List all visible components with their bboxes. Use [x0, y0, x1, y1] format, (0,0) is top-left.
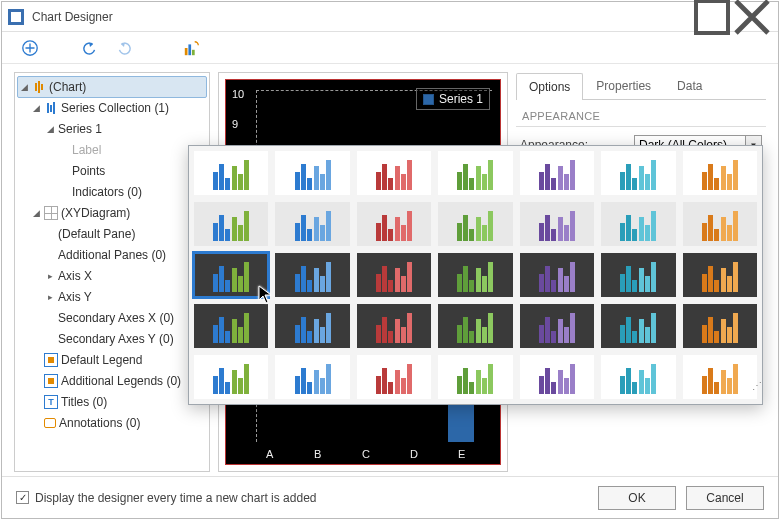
svg-rect-0 — [696, 1, 728, 33]
tree-node-indicators[interactable]: ▸Indicators (0) — [17, 182, 207, 202]
palette-swatch[interactable] — [518, 149, 596, 197]
palette-swatch[interactable] — [436, 302, 514, 350]
tree-node-annotations[interactable]: ▸Annotations (0) — [17, 413, 207, 433]
palette-swatch[interactable] — [599, 200, 677, 248]
show-designer-checkbox[interactable]: ✓ Display the designer every time a new … — [16, 491, 588, 505]
tree-node-titles[interactable]: ▸TTitles (0) — [17, 392, 207, 412]
appearance-palette-popup — [188, 145, 763, 405]
palette-swatch[interactable] — [599, 251, 677, 299]
tree-node-sec-axes-y[interactable]: ▸Secondary Axes Y (0) — [17, 329, 207, 349]
palette-swatch[interactable] — [355, 302, 433, 350]
palette-swatch[interactable] — [273, 251, 351, 299]
chart-legend: Series 1 — [416, 88, 490, 110]
app-icon — [8, 9, 24, 25]
palette-swatch[interactable] — [681, 251, 759, 299]
palette-swatch[interactable] — [518, 302, 596, 350]
redo-button[interactable] — [114, 38, 134, 58]
x-tick: C — [362, 448, 370, 460]
tree-node-axis-y[interactable]: ▸Axis Y — [17, 287, 207, 307]
palette-swatch[interactable] — [518, 353, 596, 401]
section-appearance-head: APPEARANCE — [516, 100, 766, 127]
y-tick: 10 — [232, 88, 244, 100]
cancel-button[interactable]: Cancel — [686, 486, 764, 510]
tree-node-points[interactable]: ▸Points — [17, 161, 207, 181]
x-tick: E — [458, 448, 465, 460]
x-tick: A — [266, 448, 273, 460]
window-title: Chart Designer — [32, 10, 692, 24]
tree-node-chart[interactable]: ◢(Chart) — [17, 76, 207, 98]
tree-node-default-pane[interactable]: ▸(Default Pane) — [17, 224, 207, 244]
palette-swatch[interactable] — [681, 353, 759, 401]
palette-swatch[interactable] — [436, 149, 514, 197]
palette-swatch[interactable] — [599, 149, 677, 197]
tree-node-series1[interactable]: ◢Series 1 — [17, 119, 207, 139]
tree-node-diagram[interactable]: ◢(XYDiagram) — [17, 203, 207, 223]
checkbox-label: Display the designer every time a new ch… — [35, 491, 316, 505]
tree-node-axis-x[interactable]: ▸Axis X — [17, 266, 207, 286]
tree-node-sec-axes-x[interactable]: ▸Secondary Axes X (0) — [17, 308, 207, 328]
palette-swatch[interactable] — [599, 302, 677, 350]
tree-panel: ◢(Chart) ◢Series Collection (1) ◢Series … — [14, 72, 210, 472]
palette-swatch[interactable] — [273, 149, 351, 197]
tree: ◢(Chart) ◢Series Collection (1) ◢Series … — [17, 76, 207, 433]
toolbar — [2, 32, 778, 64]
palette-swatch[interactable] — [355, 251, 433, 299]
tree-node-additional-legends[interactable]: ▸Additional Legends (0) — [17, 371, 207, 391]
titlebar: Chart Designer — [2, 2, 778, 32]
add-button[interactable] — [20, 38, 40, 58]
tab-data[interactable]: Data — [664, 72, 715, 99]
palette-swatch[interactable] — [273, 200, 351, 248]
palette-swatch[interactable] — [599, 353, 677, 401]
palette-swatch[interactable] — [273, 353, 351, 401]
tree-node-label[interactable]: ▸Label — [17, 140, 207, 160]
svg-rect-4 — [192, 49, 195, 54]
palette-swatch[interactable] — [681, 200, 759, 248]
palette-swatch[interactable] — [518, 251, 596, 299]
palette-swatch[interactable] — [192, 149, 270, 197]
legend-label: Series 1 — [439, 92, 483, 106]
svg-rect-3 — [188, 44, 191, 55]
maximize-icon[interactable] — [692, 3, 732, 31]
palette-swatch[interactable] — [192, 353, 270, 401]
palette-swatch[interactable] — [192, 200, 270, 248]
palette-button[interactable] — [182, 38, 202, 58]
palette-swatch[interactable] — [518, 200, 596, 248]
close-icon[interactable] — [732, 3, 772, 31]
ok-button[interactable]: OK — [598, 486, 676, 510]
palette-swatch[interactable] — [355, 353, 433, 401]
palette-swatch[interactable] — [355, 149, 433, 197]
palette-swatch[interactable] — [273, 302, 351, 350]
palette-swatch[interactable] — [681, 149, 759, 197]
undo-button[interactable] — [80, 38, 100, 58]
tree-node-default-legend[interactable]: ▸Default Legend — [17, 350, 207, 370]
tab-options[interactable]: Options — [516, 73, 583, 100]
tree-node-series-collection[interactable]: ◢Series Collection (1) — [17, 98, 207, 118]
palette-swatch[interactable] — [436, 200, 514, 248]
right-tabs: Options Properties Data — [516, 72, 766, 100]
palette-swatch[interactable] — [355, 200, 433, 248]
palette-swatch[interactable] — [192, 302, 270, 350]
y-tick: 9 — [232, 118, 238, 130]
palette-swatch[interactable] — [436, 251, 514, 299]
tree-node-additional-panes[interactable]: ▸Additional Panes (0) — [17, 245, 207, 265]
x-tick: B — [314, 448, 321, 460]
palette-swatch[interactable] — [681, 302, 759, 350]
palette-swatch[interactable] — [436, 353, 514, 401]
palette-swatch[interactable] — [192, 251, 270, 299]
tab-properties[interactable]: Properties — [583, 72, 664, 99]
footer: ✓ Display the designer every time a new … — [2, 476, 778, 518]
x-tick: D — [410, 448, 418, 460]
svg-rect-2 — [185, 48, 188, 55]
legend-swatch — [423, 94, 434, 105]
checkbox-icon: ✓ — [16, 491, 29, 504]
